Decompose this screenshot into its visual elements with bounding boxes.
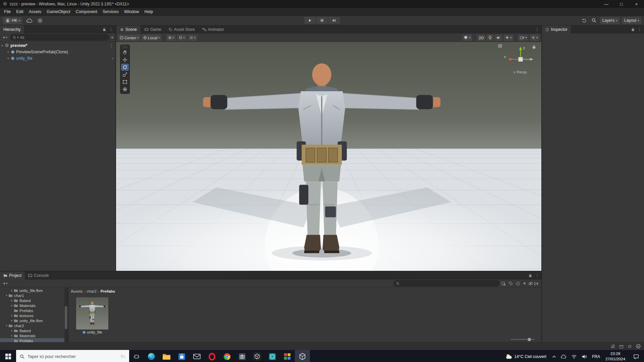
taskbar-search-input[interactable]: Taper ici pour rechercher xyxy=(16,350,129,362)
scene-camera-dropdown[interactable]: ▾ xyxy=(518,35,528,41)
tree-scrollbar-thumb[interactable] xyxy=(65,306,67,329)
breadcrumb-item[interactable]: Prefabs › xyxy=(101,289,115,294)
tree-scrollbar[interactable] xyxy=(64,288,68,342)
scene-lighting-toggle[interactable] xyxy=(487,35,493,41)
taskbar-weather[interactable]: 14°C Ciel couvert xyxy=(502,353,550,360)
lock-icon[interactable] xyxy=(631,27,635,32)
menu-item[interactable]: Component xyxy=(73,8,100,15)
menu-item[interactable]: GameObject xyxy=(44,8,73,15)
project-tree-row[interactable]: ▸ Materials xyxy=(0,333,68,338)
tab-animator[interactable]: Animator xyxy=(199,25,228,34)
panel-menu-icon[interactable]: ⋮ xyxy=(638,27,642,32)
increment-snap-dropdown[interactable]: ▾ xyxy=(188,35,197,41)
favorites-icon[interactable]: ★ xyxy=(523,281,526,286)
zoom-slider-knob[interactable] xyxy=(528,338,531,341)
rect-tool-button[interactable] xyxy=(121,78,129,85)
asset-labels-icon[interactable] xyxy=(509,282,513,286)
taskbar-app-store[interactable] xyxy=(174,350,189,362)
transform-tool-button[interactable] xyxy=(121,86,129,93)
asset-item-unity-file[interactable]: unity_file xyxy=(72,297,112,334)
undo-history-button[interactable] xyxy=(580,17,588,24)
taskbar-app-screenshot-tool[interactable] xyxy=(234,350,250,362)
taskbar-app-mail[interactable] xyxy=(189,350,204,362)
open-in-search-icon[interactable] xyxy=(501,282,506,286)
gizmo-center-cube[interactable] xyxy=(519,57,523,62)
hidden-items-toggle[interactable]: 14 xyxy=(528,282,538,286)
project-search-input[interactable] xyxy=(393,280,499,287)
lock-icon[interactable] xyxy=(103,27,106,32)
breadcrumb-item[interactable]: char2 › xyxy=(87,289,99,294)
gizmo-negative-axis[interactable] xyxy=(530,58,533,61)
grid-visibility-dropdown[interactable]: ▾ xyxy=(166,35,176,41)
play-button[interactable] xyxy=(304,17,316,24)
expand-arrow-icon[interactable]: ▸ xyxy=(10,319,14,322)
project-tree-row[interactable]: ▸ Materials xyxy=(0,303,68,308)
taskbar-clock[interactable]: 23:28 27/01/2024 xyxy=(603,351,628,362)
start-button[interactable] xyxy=(0,350,16,362)
gizmo-axes[interactable]: y x xyxy=(503,45,537,71)
hierarchy-item-unity-file[interactable]: ▸ unity_file › xyxy=(0,55,115,61)
settings-button[interactable] xyxy=(36,17,44,24)
gizmo-x-axis[interactable] xyxy=(508,58,511,61)
expand-arrow-icon[interactable]: ▸ xyxy=(6,57,11,60)
taskbar-app-edge[interactable] xyxy=(144,350,159,362)
panel-menu-icon[interactable]: ⋮ xyxy=(535,273,539,278)
cloud-services-button[interactable] xyxy=(25,17,34,24)
expand-arrow-icon[interactable]: ▾ xyxy=(5,294,8,297)
hierarchy-item-prefab-clone[interactable]: ▸ PreviewScenePrefab(Clone) xyxy=(0,49,115,55)
project-tree-row[interactable]: ▸ Baked xyxy=(0,328,68,333)
project-tree-row[interactable]: Prefabs xyxy=(0,308,68,313)
scene-canvas[interactable] xyxy=(116,42,541,271)
project-tree-row[interactable]: ▾ char2 xyxy=(0,323,68,328)
menu-item[interactable]: File xyxy=(1,8,13,15)
network-tray-icon[interactable] xyxy=(569,350,579,362)
menu-item[interactable]: Services xyxy=(100,8,121,15)
taskbar-app-file-explorer[interactable] xyxy=(159,350,174,362)
project-tree-row[interactable]: Prefabs xyxy=(0,338,68,342)
mute-notifications-icon[interactable] xyxy=(611,344,615,349)
open-prefab-arrow-icon[interactable]: › xyxy=(112,56,113,61)
expand-arrow-icon[interactable]: ▸ xyxy=(10,329,14,332)
project-tree-row[interactable]: ▸ textures xyxy=(0,313,68,318)
menu-item[interactable]: Edit xyxy=(13,8,26,15)
search-button[interactable] xyxy=(590,17,598,24)
add-object-button[interactable]: + ▾ xyxy=(2,35,8,40)
task-view-button[interactable] xyxy=(129,350,144,362)
tool-handle-pivot-dropdown[interactable]: Center ▾ xyxy=(118,35,140,41)
scene-effects-dropdown[interactable]: ▾ xyxy=(503,35,513,41)
overlays-menu-button[interactable] xyxy=(498,44,502,48)
tool-handle-rotation-dropdown[interactable]: Local ▾ xyxy=(142,35,161,41)
panel-menu-icon[interactable]: ⋮ xyxy=(109,27,113,32)
orientation-gizmo[interactable]: y x < xyxy=(503,45,537,74)
action-center-button[interactable] xyxy=(628,350,644,362)
projection-mode-label[interactable]: < Persp xyxy=(503,70,537,74)
onedrive-tray-icon[interactable] xyxy=(558,350,569,362)
gizmo-y-axis[interactable] xyxy=(519,47,522,50)
scene-menu-icon[interactable]: ⋮ xyxy=(109,43,113,48)
expand-arrow-icon[interactable]: ▾ xyxy=(5,324,8,327)
taskbar-app-unity-teal[interactable] xyxy=(265,350,280,362)
lock-icon[interactable] xyxy=(529,274,532,278)
hierarchy-scene-row[interactable]: ▾ preview* ⋮ xyxy=(0,42,115,49)
expand-arrow-icon[interactable]: ▾ xyxy=(0,44,5,47)
background-activity-icon[interactable] xyxy=(628,344,632,349)
expand-arrow-icon[interactable]: ▸ xyxy=(10,334,14,337)
scale-tool-button[interactable] xyxy=(121,71,129,78)
project-tree-row[interactable]: ▸ unity_file.fbm xyxy=(0,318,68,323)
expand-arrow-icon[interactable]: ▸ xyxy=(10,289,14,292)
panel-menu-icon[interactable]: ⋮ xyxy=(535,27,539,32)
hand-tool-button[interactable] xyxy=(121,49,129,56)
tab-asset-store[interactable]: Asset Store xyxy=(165,25,199,34)
tab-hierarchy[interactable]: Hierarchy xyxy=(0,25,24,34)
scene-viewport[interactable]: y x < xyxy=(116,42,541,271)
palette-drag-handle[interactable] xyxy=(122,46,127,48)
expand-arrow-icon[interactable]: ▸ xyxy=(10,304,14,307)
saved-search-icon[interactable]: ★ xyxy=(111,36,114,39)
gizmos-dropdown[interactable]: ▾ xyxy=(530,35,539,41)
project-tree-row[interactable]: ▸ unity_file.fbm xyxy=(0,288,68,293)
tab-game[interactable]: Game xyxy=(141,25,165,34)
taskbar-app-colors[interactable] xyxy=(280,350,295,362)
expand-arrow-icon[interactable]: ▸ xyxy=(10,299,14,302)
minimize-button[interactable]: — xyxy=(599,0,614,8)
scene-audio-toggle[interactable] xyxy=(495,35,502,41)
